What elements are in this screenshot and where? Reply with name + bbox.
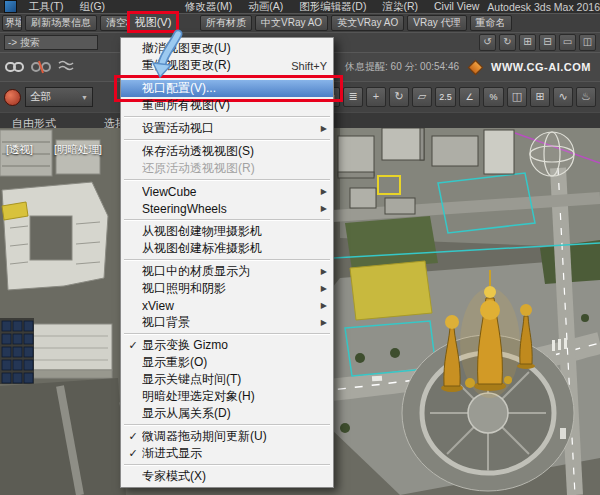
select-and-rotate-icon[interactable]: ↻: [389, 87, 409, 107]
submenu-arrow-icon: ▶: [321, 318, 327, 327]
vray-proxy-button[interactable]: VRay 代理: [407, 15, 466, 31]
menu-civil-view[interactable]: Civil View: [426, 0, 487, 13]
menu-item-material-display-in-viewport[interactable]: 视口中的材质显示为▶: [121, 263, 333, 280]
menu-item-show-ghosting[interactable]: 显示重影(O): [121, 354, 333, 371]
menu-item-show-transform-gizmo[interactable]: ✓显示变换 Gizmo: [121, 337, 333, 354]
mirror-icon[interactable]: ◫: [507, 87, 527, 107]
bind-to-spacewarp-icon[interactable]: [57, 59, 75, 75]
submenu-arrow-icon: ▶: [321, 204, 327, 213]
select-and-link-icon[interactable]: [5, 59, 25, 75]
select-by-name-icon[interactable]: ≣: [343, 87, 363, 107]
search-input[interactable]: [4, 35, 98, 50]
selection-window-icon[interactable]: ⊞: [519, 34, 536, 51]
website-label: WWW.CG-AI.COM: [491, 61, 591, 73]
menu-separator: [124, 333, 330, 335]
menu-bar: 工具(T) 组(G) 修改器(M) 动画(A) 图形编辑器(D) 渲染(R) C…: [0, 0, 600, 13]
wall-script-button[interactable]: 界墙: [2, 15, 22, 31]
checkmark-icon: ✓: [124, 447, 142, 460]
refresh-scene-info-button[interactable]: 刷新场景信息: [25, 15, 97, 31]
menu-item-create-physical-camera-from-view[interactable]: 从视图创建物理摄影机: [121, 223, 333, 240]
menu-item-steeringwheels[interactable]: SteeringWheels▶: [121, 200, 333, 217]
undo-icon[interactable]: ↺: [479, 34, 496, 51]
menu-separator: [124, 139, 330, 141]
app-title: Autodesk 3ds Max 2016: [487, 1, 600, 13]
menu-item-save-active-perspective-view[interactable]: 保存活动透视视图(S): [121, 143, 333, 160]
submenu-arrow-icon: ▶: [321, 124, 327, 133]
menu-separator: [124, 464, 330, 466]
solar-panels: [0, 318, 34, 384]
menu-separator: [124, 424, 330, 426]
submenu-arrow-icon: ▶: [321, 301, 327, 310]
views-menu-dropdown: 撤消视图更改(U) 重做视图更改(R)Shift+Y 视口配置(V)... 重画…: [120, 37, 334, 488]
toolbar-icon[interactable]: ◫: [579, 34, 596, 51]
dome-wireframe: [530, 132, 574, 176]
menu-separator: [124, 116, 330, 118]
checkmark-icon: ✓: [124, 430, 142, 443]
menu-separator: [124, 179, 330, 181]
angle-snap-button[interactable]: ∠: [459, 87, 480, 107]
menu-modifiers[interactable]: 修改器(M): [177, 0, 240, 13]
selection-filter-value: 全部: [30, 90, 51, 104]
menu-item-viewport-configuration[interactable]: 视口配置(V)...: [121, 80, 333, 97]
menu-item-show-key-times[interactable]: 显示关键点时间(T): [121, 371, 333, 388]
menu-item-viewport-lighting-and-shadows[interactable]: 视口照明和阴影▶: [121, 280, 333, 297]
scripts-toolbar: 界墙 刷新场景信息 清空材质信息 所有材质 中文VRay AO 英文VRay A…: [0, 13, 600, 32]
menu-item-viewcube[interactable]: ViewCube▶: [121, 183, 333, 200]
unlink-selection-icon[interactable]: [31, 59, 51, 75]
checkmark-icon: ✓: [124, 339, 142, 352]
menu-item-create-standard-camera-from-view[interactable]: 从视图创建标准摄影机: [121, 240, 333, 257]
selection-filter-dropdown[interactable]: 全部 ▼: [25, 87, 93, 107]
menu-separator: [124, 259, 330, 261]
selection-crossing-icon[interactable]: ⊟: [539, 34, 556, 51]
menu-group[interactable]: 组(G): [71, 0, 113, 13]
menu-item-show-dependencies[interactable]: 显示从属关系(D): [121, 405, 333, 422]
menu-separator: [124, 76, 330, 78]
app-logo-icon[interactable]: [4, 0, 17, 13]
menu-animation[interactable]: 动画(A): [240, 0, 291, 13]
submenu-arrow-icon: ▶: [321, 267, 327, 276]
menu-item-viewport-background[interactable]: 视口背景▶: [121, 314, 333, 331]
menu-rendering[interactable]: 渲染(R): [374, 0, 426, 13]
render-setup-icon[interactable]: ♨: [576, 87, 596, 107]
menu-item-progressive-display[interactable]: ✓渐进式显示: [121, 445, 333, 462]
menu-item-update-during-spinner-drag[interactable]: ✓微调器拖动期间更新(U): [121, 428, 333, 445]
percent-snap-button[interactable]: %: [483, 87, 504, 107]
menu-item-shade-selected[interactable]: 明暗处理选定对象(H): [121, 388, 333, 405]
menu-graph-editors[interactable]: 图形编辑器(D): [291, 0, 374, 13]
all-materials-button[interactable]: 所有材质: [200, 15, 252, 31]
en-vray-ao-button[interactable]: 英文VRay AO: [331, 15, 404, 31]
curve-editor-icon[interactable]: ∿: [553, 87, 573, 107]
menu-item-expert-mode[interactable]: 专家模式(X): [121, 468, 333, 485]
menu-item-set-active-viewport[interactable]: 设置活动视口▶: [121, 120, 333, 137]
select-and-move-icon[interactable]: +: [366, 87, 386, 107]
submenu-arrow-icon: ▶: [321, 187, 327, 196]
viewport-shading-label[interactable]: [明暗处理]: [54, 143, 102, 157]
chevron-down-icon: ▼: [81, 94, 88, 101]
menu-item-xview[interactable]: xView▶: [121, 297, 333, 314]
reminder-icon: [468, 59, 484, 75]
rest-reminder-label: 休息提醒: 60 分: 00:54:46: [345, 60, 459, 74]
select-and-scale-icon[interactable]: ▱: [412, 87, 432, 107]
menu-tools[interactable]: 工具(T): [21, 0, 71, 13]
cn-vray-ao-button[interactable]: 中文VRay AO: [255, 15, 328, 31]
submenu-arrow-icon: ▶: [321, 284, 327, 293]
menu-item-redo-view-change[interactable]: 重做视图更改(R)Shift+Y: [121, 57, 333, 74]
menu-item-undo-view-change[interactable]: 撤消视图更改(U): [121, 40, 333, 57]
named-selection-icon[interactable]: ▭: [559, 34, 576, 51]
gear-icon[interactable]: [4, 89, 21, 106]
viewport-pov-label[interactable]: [透视]: [6, 143, 33, 157]
menu-item-restore-active-perspective-view[interactable]: 还原活动透视视图(R): [121, 160, 333, 177]
view-menu-button[interactable]: 视图(V): [127, 11, 179, 33]
redo-icon[interactable]: ↻: [499, 34, 516, 51]
snap-toggle-button[interactable]: 2.5: [435, 87, 456, 107]
align-icon[interactable]: ⊞: [530, 87, 550, 107]
menu-separator: [124, 219, 330, 221]
menu-item-redraw-all-views[interactable]: 重画所有视图(V): [121, 97, 333, 114]
rename-button[interactable]: 重命名: [470, 15, 512, 31]
